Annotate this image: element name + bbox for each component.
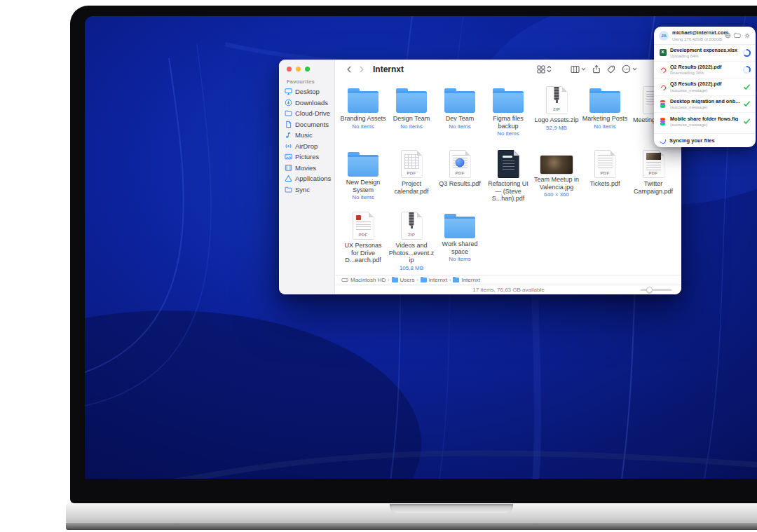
file-item[interactable]: Design Team No items [388, 86, 435, 130]
file-item[interactable]: New Design System No items [340, 149, 386, 200]
file-info: No items [352, 123, 374, 130]
more-actions-menu[interactable] [622, 64, 637, 74]
sync-item[interactable]: Q2 Results (2022).pdf Downloading 36% [654, 62, 756, 79]
document-icon [285, 121, 292, 128]
internxt-sync-popup: JA michael@internxt.com Using 176.42GB o… [654, 27, 756, 147]
file-item[interactable]: Figma files backup No items [485, 86, 531, 137]
file-name: Q3 Results.pdf [437, 180, 483, 188]
sync-item[interactable]: Development expenses.xlsx Uploading 64% [654, 45, 756, 62]
file-item[interactable]: Marketing Posts No items [582, 86, 628, 130]
file-name: Project calendar.pdf [388, 180, 435, 195]
open-folder-icon[interactable] [734, 32, 741, 39]
mini-folder-icon [421, 278, 427, 282]
screenshot-stage: Favourites Desktop Downloads Cloud-Drive… [0, 0, 757, 532]
tag-button[interactable] [607, 65, 615, 74]
file-item[interactable]: Refactoring UI — (Steve S...han).pdf [485, 149, 531, 203]
sidebar-item-airdrop[interactable]: AirDrop [285, 141, 332, 152]
sidebar-item-downloads[interactable]: Downloads [285, 97, 332, 109]
zip-file-icon: ZIP [401, 212, 423, 240]
zip-badge: ZIP [547, 107, 567, 111]
breadcrumb-label: Macintosh HD [350, 277, 386, 283]
sidebar-item-applications[interactable]: Applications [285, 173, 332, 184]
sidebar-item-label: AirDrop [295, 142, 318, 150]
file-item[interactable]: PDF UX Personas for Drive D...earch.pdf [340, 211, 386, 265]
status-bar: 17 items, 76,63 GB available [336, 285, 681, 294]
excel-file-icon [659, 49, 667, 57]
file-name: Logo Assets.zip [533, 116, 580, 124]
forward-button[interactable] [356, 64, 367, 75]
pdf-badge: PDF [353, 233, 374, 237]
file-item[interactable]: Work shared space No items [437, 211, 483, 262]
sidebar-item-desktop[interactable]: Desktop [285, 86, 332, 97]
sync-item[interactable]: Desktop migration and onboardi... (succe… [654, 96, 756, 113]
account-header: JA michael@internxt.com Using 176.42GB o… [654, 27, 756, 45]
pdf-file-icon [659, 66, 667, 74]
breadcrumb-segment[interactable]: Users [392, 277, 415, 283]
sync-item[interactable]: Q3 Results (2022).pdf (success_message) [654, 79, 756, 95]
hard-drive-icon [341, 277, 348, 283]
file-info: 52,9 MB [546, 125, 567, 131]
file-name: Work shared space [437, 240, 483, 255]
file-item[interactable]: PDF Q3 Results.pdf [437, 149, 483, 189]
sidebar-item-sync[interactable]: Sync [285, 184, 332, 196]
desktop-icon [285, 88, 292, 95]
file-item[interactable]: ZIP Logo Assets.zip 52,9 MB [533, 86, 580, 131]
folder-icon [589, 91, 620, 113]
share-button[interactable] [592, 64, 601, 74]
pdf-file-icon [659, 83, 667, 90]
file-item[interactable]: PDF Tickets.pdf [582, 149, 628, 189]
chevron-down-icon [632, 67, 637, 71]
mini-folder-icon [453, 278, 459, 282]
file-name: Marketing Posts [582, 115, 628, 123]
back-button[interactable] [343, 64, 355, 75]
icon-size-slider[interactable] [641, 289, 671, 291]
sync-footer-text: Syncing your files [669, 137, 715, 144]
account-usage: Using 176.42GB of 200GB [672, 37, 725, 41]
sidebar-item-label: Cloud-Drive [295, 109, 330, 117]
laptop-base-notch [390, 504, 513, 513]
sidebar-list: Desktop Downloads Cloud-Drive Documents … [285, 86, 332, 195]
sidebar-item-cloud-drive[interactable]: Cloud-Drive [285, 108, 332, 119]
file-info: No items [352, 194, 374, 200]
sidebar-item-documents[interactable]: Documents [285, 119, 332, 130]
view-switcher[interactable] [537, 65, 552, 74]
breadcrumb-segment[interactable]: Macintosh HD [350, 277, 386, 283]
sidebar-item-movies[interactable]: Movies [285, 163, 332, 174]
sort-chevrons-icon [547, 65, 552, 73]
sync-item-status: Downloading 36% [670, 71, 743, 75]
sync-item-name: Q2 Results (2022).pdf [670, 64, 743, 69]
breadcrumb-separator: › [449, 278, 451, 282]
file-item[interactable]: Branding Assets No items [340, 86, 386, 130]
pdf-file-icon: PDF [594, 150, 616, 178]
settings-gear-icon[interactable] [744, 32, 751, 39]
traffic-lights [287, 67, 310, 71]
figma-file-icon [659, 118, 667, 125]
globe-icon[interactable] [725, 32, 731, 39]
zoom-button[interactable] [305, 67, 310, 71]
sidebar-item-pictures[interactable]: Pictures [285, 151, 332, 163]
sync-item[interactable]: Mobile share folder flows.fig (success_m… [654, 113, 756, 130]
slider-knob[interactable] [646, 287, 653, 293]
applications-icon [285, 175, 292, 182]
close-button[interactable] [287, 67, 292, 71]
sidebar-item-label: Movies [295, 164, 316, 172]
file-name: Twitter Campaign.pdf [630, 180, 676, 195]
pdf-file-icon: PDF [353, 212, 374, 240]
minimize-button[interactable] [296, 67, 301, 71]
file-item[interactable]: PDF Twitter Campaign.pdf [630, 149, 676, 196]
folder-icon [348, 155, 378, 177]
breadcrumb-segment[interactable]: internxt [421, 277, 447, 283]
sidebar-item-music[interactable]: Music [285, 130, 332, 141]
zip-file-icon: ZIP [546, 86, 568, 114]
sync-folder-icon [285, 186, 292, 193]
sync-activity-list: Development expenses.xlsx Uploading 64% … [654, 45, 756, 134]
file-name: Figma files backup [485, 115, 531, 130]
file-item[interactable]: PDF Project calendar.pdf [388, 149, 435, 196]
file-item[interactable]: ZIP Videos and Photos...event.zip 105,8 … [388, 211, 435, 271]
group-menu[interactable] [571, 65, 586, 74]
file-item[interactable]: Dev Team No items [437, 86, 483, 130]
file-item[interactable]: Team Meetup in Valencia.jpg 640 × 360 [533, 149, 580, 198]
breadcrumb-segment[interactable]: Internxt [453, 277, 480, 283]
figma-file-icon [659, 100, 667, 108]
success-check-icon [743, 100, 751, 107]
